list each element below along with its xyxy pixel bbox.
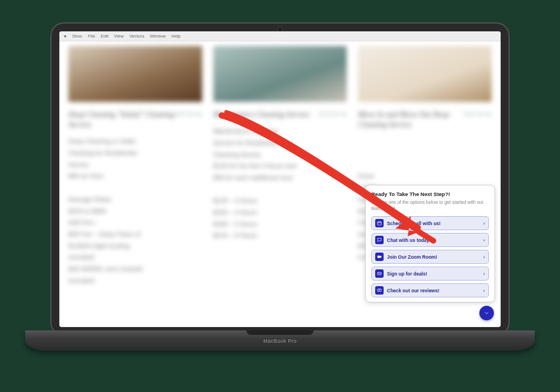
svg-rect-0 [377, 222, 381, 225]
laptop-screen: ● Shoc File Edit View Vectors Window Hel… [59, 31, 501, 327]
service-title: Move In and Move Out Deep Cleaning Servi… [358, 110, 449, 129]
chevron-right-icon: › [483, 237, 485, 243]
service-title: Deep Cleaning "Initial" Cleaning Service [68, 110, 174, 129]
price-tag: $225 & Up [174, 110, 202, 118]
service-thumbnail [358, 46, 492, 102]
popup-option-zoom[interactable]: Join Our Zoom Room! › [371, 250, 489, 264]
svg-rect-5 [377, 272, 381, 275]
laptop-base: MacBook Pro [25, 330, 535, 351]
cta-popup: Ready To Take The Next Step?! Choose one… [365, 185, 495, 302]
laptop-camera [278, 27, 282, 31]
chat-fab-button[interactable] [479, 306, 494, 320]
menubar-item[interactable]: Window [150, 34, 166, 39]
calendar-icon [375, 219, 384, 227]
svg-rect-4 [377, 256, 380, 258]
menubar-item[interactable]: Shoc [72, 34, 82, 39]
chevron-right-icon: › [483, 221, 485, 226]
menubar-item[interactable]: View [114, 34, 124, 39]
price-tag: $120 & Up [319, 110, 347, 118]
chevron-down-icon [484, 310, 489, 316]
laptop-frame: ● Shoc File Edit View Vectors Window Hel… [50, 22, 510, 336]
video-icon [375, 253, 384, 261]
service-card: $120 & UpMaintenance Cleaning Service Ma… [213, 46, 347, 323]
service-body: Maintenance Cleaning Service for Residen… [213, 125, 347, 241]
service-card: $225 & UpDeep Cleaning "Initial" Cleanin… [68, 46, 202, 323]
menubar-item[interactable]: Help [171, 34, 180, 39]
chevron-right-icon: › [483, 271, 485, 277]
macos-menubar: ● Shoc File Edit View Vectors Window Hel… [59, 31, 501, 41]
option-label: Check out our reviews! [387, 288, 440, 293]
popup-option-reviews[interactable]: Check out our reviews! › [371, 283, 489, 297]
menubar-item[interactable]: Vectors [129, 34, 144, 39]
menubar-item[interactable]: File [88, 34, 95, 39]
price-tag: $225 & Up [464, 110, 492, 118]
menubar-item[interactable]: Edit [101, 34, 109, 39]
option-label: Sign up for deals! [387, 271, 427, 277]
mail-icon [375, 269, 384, 278]
apple-menu-icon[interactable]: ● [64, 34, 67, 39]
service-thumbnail [68, 46, 202, 102]
popup-option-chat[interactable]: Chat with us today! › [371, 233, 489, 247]
popup-title: Ready To Take The Next Step?! [371, 191, 489, 197]
chat-icon [375, 236, 384, 244]
svg-rect-6 [377, 289, 381, 292]
popup-option-schedule[interactable]: Schedule a call with us! › [371, 216, 489, 230]
popup-option-deals[interactable]: Sign up for deals! › [371, 267, 489, 281]
service-title: Maintenance Cleaning Service [213, 110, 310, 119]
service-body: Deep Cleaning or Initial Cleaning for Re… [68, 136, 202, 286]
popup-subtitle: Choose one of the options below to get s… [371, 199, 489, 212]
option-label: Schedule a call with us! [387, 221, 441, 226]
option-label: Chat with us today! [387, 237, 431, 243]
service-thumbnail [213, 46, 347, 102]
chevron-right-icon: › [483, 254, 485, 260]
chevron-right-icon: › [483, 288, 485, 293]
option-label: Join Our Zoom Room! [387, 254, 437, 260]
review-icon [375, 286, 384, 295]
laptop-brand-label: MacBook Pro [263, 338, 297, 344]
